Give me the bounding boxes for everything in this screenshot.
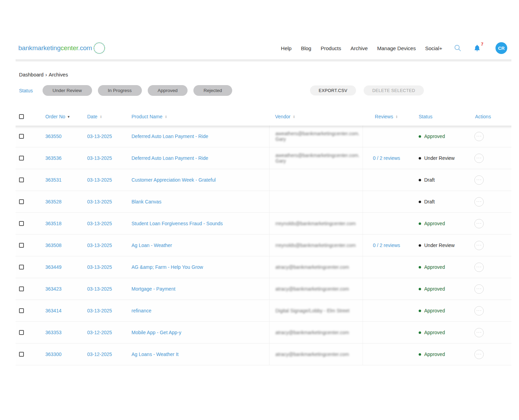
col-header-vendor[interactable]: Vendor ▲▼ — [269, 114, 363, 119]
reviews-link[interactable]: 0 / 2 reviews — [373, 243, 400, 248]
order-no-link[interactable]: 363531 — [45, 177, 62, 183]
search-icon[interactable] — [454, 44, 462, 52]
product-name-link[interactable]: Ag Loans - Weather It — [131, 351, 179, 357]
status-label: Approved — [424, 330, 445, 335]
date-text: 03-13-2025 — [87, 264, 112, 270]
sort-icon: ▲▼ — [293, 115, 295, 119]
row-checkbox[interactable] — [19, 243, 24, 248]
sort-icon: ▲▼ — [100, 115, 102, 119]
order-no-link[interactable]: 363508 — [45, 243, 62, 248]
order-no-link[interactable]: 363414 — [45, 308, 62, 313]
notification-count-badge: 7 — [481, 42, 483, 47]
col-header-order-no[interactable]: Order No ▾ — [45, 114, 87, 119]
product-name-link[interactable]: Mortgage - Payment — [131, 286, 175, 292]
status-dot — [419, 353, 421, 356]
export-csv-button[interactable]: EXPORT.CSV — [310, 85, 356, 95]
product-name-link[interactable]: Student Loan Forgiveness Fraud - Sounds — [131, 221, 223, 226]
order-no-link[interactable]: 363518 — [45, 221, 62, 226]
product-name-link[interactable]: Deferred Auto Loan Payment - Ride — [131, 155, 208, 161]
filter-rejected-button[interactable]: Rejected — [193, 85, 232, 96]
filter-in-progress-button[interactable]: In Progress — [98, 85, 142, 96]
order-no-link[interactable]: 363300 — [45, 351, 62, 357]
status-label: Under Review — [424, 155, 455, 161]
logo-text-blue: bankmarketing — [18, 44, 61, 52]
logo[interactable]: bankmarketingcenter.com — [18, 44, 101, 52]
avatar[interactable]: CR — [495, 42, 507, 54]
table-row: 363531 03-13-2025 Customer Appreciation … — [16, 169, 511, 191]
status-label: Approved — [424, 134, 445, 139]
row-actions-button[interactable]: ··· — [474, 263, 484, 272]
product-name-link[interactable]: Blank Canvas — [131, 199, 161, 204]
order-no-link[interactable]: 363550 — [45, 134, 62, 139]
row-actions-button[interactable]: ··· — [474, 241, 484, 250]
row-actions-button[interactable]: ··· — [474, 154, 484, 163]
product-name-link[interactable]: refinance — [131, 308, 152, 313]
table-row: 363449 03-13-2025 AG &amp; Farm - Help Y… — [16, 256, 511, 278]
status-label: Draft — [424, 199, 435, 204]
nav-social[interactable]: Social+ — [425, 45, 443, 51]
row-actions-button[interactable]: ··· — [474, 175, 484, 185]
row-actions-button[interactable]: ··· — [474, 284, 484, 294]
filter-under-review-button[interactable]: Under Review — [43, 85, 92, 96]
nav-archive[interactable]: Archive — [350, 45, 368, 51]
ellipsis-icon: ··· — [476, 329, 482, 335]
bulk-actions: EXPORT.CSV DELETE SELECTED — [310, 85, 424, 95]
row-checkbox[interactable] — [19, 265, 24, 270]
row-checkbox[interactable] — [19, 221, 24, 226]
archives-page: Dashboard›Archives Status Under Review I… — [0, 72, 519, 365]
product-name-link[interactable]: Mobile App - Get App-y — [131, 330, 181, 335]
order-no-link[interactable]: 363353 — [45, 330, 62, 335]
status-filter-label: Status — [19, 88, 33, 93]
product-name-link[interactable]: Customer Appreciation Week - Grateful — [131, 177, 216, 183]
order-no-link[interactable]: 363528 — [45, 199, 62, 204]
filter-approved-button[interactable]: Approved — [148, 85, 188, 96]
row-checkbox[interactable] — [19, 134, 24, 139]
breadcrumb-separator: › — [45, 72, 47, 77]
order-no-link[interactable]: 363449 — [45, 264, 62, 270]
col-header-product-name[interactable]: Product Name ▲▼ — [131, 114, 269, 119]
row-actions-button[interactable]: ··· — [474, 306, 484, 316]
product-name-link[interactable]: Deferred Auto Loan Payment - Ride — [131, 134, 208, 139]
delete-selected-button[interactable]: DELETE SELECTED — [364, 85, 424, 95]
ellipsis-icon: ··· — [476, 133, 482, 138]
product-name-link[interactable]: AG &amp; Farm - Help You Grow — [131, 264, 203, 270]
row-actions-button[interactable]: ··· — [474, 219, 484, 228]
row-checkbox[interactable] — [19, 352, 24, 357]
nav-help[interactable]: Help — [281, 45, 292, 51]
main-nav: Help Blog Products Archive Manage Device… — [281, 42, 507, 54]
row-checkbox[interactable] — [19, 286, 24, 291]
nav-products[interactable]: Products — [321, 45, 341, 51]
product-name-link[interactable]: Ag Loan - Weather — [131, 243, 172, 248]
order-no-link[interactable]: 363423 — [45, 286, 62, 292]
breadcrumb-dashboard[interactable]: Dashboard — [19, 72, 44, 77]
top-header: bankmarketingcenter.com Help Blog Produc… — [0, 0, 519, 60]
table-row: 363550 03-13-2025 Deferred Auto Loan Pay… — [16, 126, 511, 147]
reviews-link[interactable]: 0 / 2 reviews — [373, 155, 400, 161]
row-checkbox[interactable] — [19, 330, 24, 335]
col-header-date[interactable]: Date ▲▼ — [87, 114, 131, 119]
select-all-checkbox[interactable] — [19, 114, 24, 119]
order-no-link[interactable]: 363536 — [45, 155, 62, 161]
row-actions-button[interactable]: ··· — [474, 350, 484, 359]
row-checkbox[interactable] — [19, 177, 24, 182]
notifications-button[interactable]: 7 — [473, 44, 483, 52]
nav-manage-devices[interactable]: Manage Devices — [377, 45, 416, 51]
status-label: Draft — [424, 177, 435, 183]
row-actions-button[interactable]: ··· — [474, 132, 484, 141]
status-label: Approved — [424, 351, 445, 357]
row-checkbox[interactable] — [19, 308, 24, 313]
ellipsis-icon: ··· — [476, 220, 482, 226]
filter-toolbar: Status Under Review In Progress Approved… — [16, 85, 511, 96]
row-actions-button[interactable]: ··· — [474, 328, 484, 337]
bell-icon — [473, 44, 481, 52]
row-checkbox[interactable] — [19, 199, 24, 204]
col-header-reviews[interactable]: Reviews ▲▼ — [363, 114, 410, 119]
vendor-text: rreynolds@bankmarketingcenter.com — [275, 221, 356, 226]
row-actions-button[interactable]: ··· — [474, 197, 484, 207]
row-checkbox[interactable] — [19, 156, 24, 161]
table-row: 363423 03-13-2025 Mortgage - Payment atr… — [16, 278, 511, 300]
nav-blog[interactable]: Blog — [301, 45, 311, 51]
status-dot — [419, 331, 421, 334]
status-dot — [419, 288, 421, 290]
date-text: 03-13-2025 — [87, 134, 112, 139]
